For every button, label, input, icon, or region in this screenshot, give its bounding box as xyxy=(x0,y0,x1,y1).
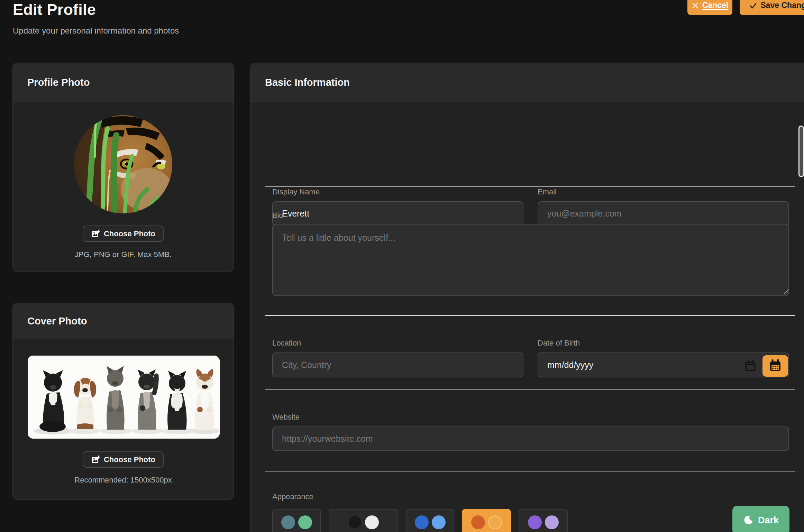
calendar-grid-icon xyxy=(769,359,782,373)
display-name-label: Display Name xyxy=(272,187,320,196)
theme-color-dot xyxy=(298,515,312,529)
section-divider xyxy=(265,186,795,187)
save-changes-button[interactable]: Save Changes xyxy=(740,0,804,15)
profile-photo-title: Profile Photo xyxy=(27,77,90,88)
section-divider xyxy=(265,471,795,471)
section-divider xyxy=(265,315,795,316)
cover-photo-title: Cover Photo xyxy=(27,315,87,327)
bio-label: Bio xyxy=(272,211,283,220)
theme-color-dot xyxy=(415,515,429,529)
profile-photo-card: Profile Photo xyxy=(12,63,234,272)
cover-photo-hint: Recommended: 1500x500px xyxy=(13,476,234,485)
save-button-label: Save Changes xyxy=(760,1,804,10)
cover-photo-card-header: Cover Photo xyxy=(13,303,234,339)
theme-color-dot xyxy=(488,515,502,529)
theme-color-dot xyxy=(365,515,379,529)
email-label: Email xyxy=(538,187,557,196)
image-plus-icon xyxy=(91,455,100,464)
close-icon xyxy=(692,2,699,9)
location-label: Location xyxy=(272,339,301,348)
page-subtitle: Update your personal information and pho… xyxy=(13,26,179,36)
image-plus-icon xyxy=(91,229,100,238)
bio-textarea[interactable] xyxy=(272,224,789,296)
calendar-icon[interactable] xyxy=(745,360,756,372)
website-label: Website xyxy=(272,413,300,422)
theme-swatch-purple[interactable] xyxy=(519,509,568,532)
basic-information-card: Basic Information Display Name Email For… xyxy=(250,63,804,532)
textarea-resize-handle[interactable] xyxy=(782,288,788,294)
theme-swatch-blue[interactable] xyxy=(406,509,454,532)
theme-color-dot xyxy=(528,515,542,529)
cancel-button[interactable]: Cancel xyxy=(687,0,732,15)
theme-color-dot xyxy=(471,515,485,529)
scrollbar-thumb[interactable] xyxy=(800,127,803,176)
moon-icon xyxy=(743,515,753,525)
edit-profile-page: Edit Profile Update your personal inform… xyxy=(0,0,804,532)
section-divider xyxy=(265,389,795,390)
profile-photo-hint: JPG, PNG or GIF. Max 5MB. xyxy=(13,250,234,259)
basic-information-card-header: Basic Information xyxy=(250,63,804,102)
profile-choose-photo-label: Choose Photo xyxy=(104,229,155,238)
profile-photo-card-header: Profile Photo xyxy=(13,63,234,102)
theme-swatch-orange[interactable] xyxy=(462,509,511,532)
vertical-scrollbar[interactable] xyxy=(798,126,804,177)
theme-color-dot xyxy=(348,515,362,529)
dark-mode-toggle-button[interactable]: Dark xyxy=(732,506,789,532)
theme-swatch-teal-green[interactable] xyxy=(272,509,321,532)
appearance-label: Appearance xyxy=(272,492,313,501)
theme-color-dot xyxy=(432,515,446,529)
email-input[interactable] xyxy=(538,201,789,226)
basic-information-title: Basic Information xyxy=(265,77,350,88)
cover-photo-image xyxy=(28,356,220,439)
cancel-button-label: Cancel xyxy=(702,1,728,10)
date-of-birth-label: Date of Birth xyxy=(538,339,580,348)
theme-color-dot xyxy=(281,515,295,529)
appearance-swatches xyxy=(272,509,568,532)
check-icon xyxy=(749,1,757,10)
cover-choose-photo-button[interactable]: Choose Photo xyxy=(83,451,164,468)
profile-avatar-image xyxy=(74,115,172,213)
theme-color-dot xyxy=(545,515,559,529)
location-input[interactable] xyxy=(272,352,523,377)
theme-swatch-black-white[interactable] xyxy=(329,509,398,532)
profile-choose-photo-button[interactable]: Choose Photo xyxy=(83,226,164,242)
display-name-input[interactable] xyxy=(272,201,523,226)
page-title: Edit Profile xyxy=(13,1,96,19)
website-input[interactable] xyxy=(272,426,789,451)
cover-choose-photo-label: Choose Photo xyxy=(104,455,155,464)
dark-mode-label: Dark xyxy=(758,515,779,526)
date-picker-button[interactable] xyxy=(762,355,788,377)
cover-photo-card: Cover Photo xyxy=(12,303,234,500)
